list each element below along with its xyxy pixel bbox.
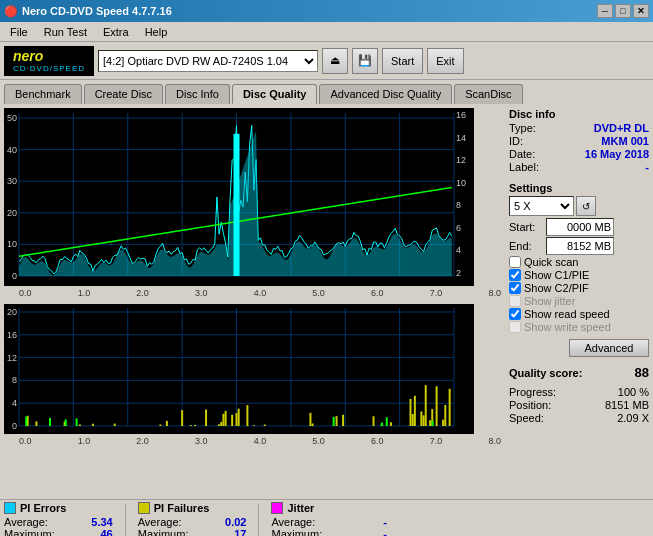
pi-errors-header: PI Errors: [4, 502, 113, 514]
pi-failures-header: PI Failures: [138, 502, 247, 514]
show-read-speed-row: Show read speed: [509, 308, 649, 320]
tab-create-disc[interactable]: Create Disc: [84, 84, 163, 104]
pi-failures-avg-value: 0.02: [196, 516, 246, 528]
show-write-speed-row: Show write speed: [509, 321, 649, 333]
pi-errors-avg-value: 5.34: [63, 516, 113, 528]
jitter-header: Jitter: [271, 502, 386, 514]
show-read-speed-label: Show read speed: [524, 308, 610, 320]
nero-sub-text: CD·DVD/SPEED: [13, 64, 85, 73]
minimize-button[interactable]: ─: [597, 4, 613, 18]
progress-label: Progress:: [509, 386, 556, 398]
pi-failures-max-label: Maximum:: [138, 528, 189, 536]
menu-extra[interactable]: Extra: [95, 24, 137, 40]
nero-logo-text: nero: [13, 48, 85, 64]
disc-type-value: DVD+R DL: [594, 122, 649, 134]
refresh-button[interactable]: ↺: [576, 196, 596, 216]
end-range-row: End:: [509, 237, 649, 255]
title-bar-left: 🔴 Nero CD-DVD Speed 4.7.7.16: [4, 5, 172, 18]
disc-id-label: ID:: [509, 135, 523, 147]
start-label: Start:: [509, 221, 544, 233]
top-chart: [4, 108, 474, 286]
tab-disc-quality[interactable]: Disc Quality: [232, 84, 318, 104]
jitter-max: Maximum: -: [271, 528, 386, 536]
show-jitter-label: Show jitter: [524, 295, 575, 307]
exit-button[interactable]: Exit: [427, 48, 463, 74]
jitter-avg-label: Average:: [271, 516, 315, 528]
tab-disc-info[interactable]: Disc Info: [165, 84, 230, 104]
speed-select[interactable]: 5 X: [509, 196, 574, 216]
bottom-chart-wrapper: [4, 304, 501, 434]
disc-info-label: Disc info: [509, 108, 649, 120]
speed-value: 2.09 X: [617, 412, 649, 424]
show-c2-checkbox[interactable]: [509, 282, 521, 294]
show-write-speed-label: Show write speed: [524, 321, 611, 333]
show-read-speed-checkbox[interactable]: [509, 308, 521, 320]
legend-area: PI Errors Average: 5.34 Maximum: 46 Tota…: [0, 499, 653, 536]
jitter-legend: Jitter Average: - Maximum: - PO failures…: [271, 502, 386, 536]
show-c1-checkbox[interactable]: [509, 269, 521, 281]
pi-failures-color: [138, 502, 150, 514]
quick-scan-checkbox[interactable]: [509, 256, 521, 268]
start-button[interactable]: Start: [382, 48, 423, 74]
menu-help[interactable]: Help: [137, 24, 176, 40]
menu-file[interactable]: File: [2, 24, 36, 40]
pi-failures-avg: Average: 0.02: [138, 516, 247, 528]
legend-divider-2: [258, 504, 259, 536]
pi-errors-color: [4, 502, 16, 514]
pi-errors-max-value: 46: [63, 528, 113, 536]
start-range-row: Start:: [509, 218, 649, 236]
bottom-chart: [4, 304, 474, 434]
advanced-button[interactable]: Advanced: [569, 339, 649, 357]
speed-row-progress: Speed: 2.09 X: [509, 412, 649, 424]
quick-scan-label: Quick scan: [524, 256, 578, 268]
pi-errors-max: Maximum: 46: [4, 528, 113, 536]
position-value: 8151 MB: [605, 399, 649, 411]
jitter-avg: Average: -: [271, 516, 386, 528]
legend-divider-1: [125, 504, 126, 536]
show-write-speed-checkbox[interactable]: [509, 321, 521, 333]
progress-row: Progress: 100 %: [509, 386, 649, 398]
save-button[interactable]: 💾: [352, 48, 378, 74]
tab-scandisc[interactable]: ScanDisc: [454, 84, 522, 104]
bottom-chart-x-axis: 0.0 1.0 2.0 3.0 4.0 5.0 6.0 7.0 8.0: [4, 436, 501, 446]
speed-row: 5 X ↺: [509, 196, 649, 216]
show-c2-label: Show C2/PIF: [524, 282, 589, 294]
disc-type-label: Type:: [509, 122, 536, 134]
title-bar: 🔴 Nero CD-DVD Speed 4.7.7.16 ─ □ ✕: [0, 0, 653, 22]
disc-type-row: Type: DVD+R DL: [509, 122, 649, 134]
pi-errors-avg-label: Average:: [4, 516, 48, 528]
chart-area: 0.0 1.0 2.0 3.0 4.0 5.0 6.0 7.0 8.0 0.0 …: [0, 104, 505, 499]
menu-run-test[interactable]: Run Test: [36, 24, 95, 40]
eject-button[interactable]: ⏏: [322, 48, 348, 74]
pi-failures-label: PI Failures: [154, 502, 210, 514]
menu-bar: File Run Test Extra Help: [0, 22, 653, 42]
progress-section: Progress: 100 % Position: 8151 MB Speed:…: [509, 386, 649, 425]
app-icon: 🔴: [4, 5, 18, 18]
settings-label: Settings: [509, 182, 649, 194]
top-chart-x-axis: 0.0 1.0 2.0 3.0 4.0 5.0 6.0 7.0 8.0: [4, 288, 501, 298]
drive-select[interactable]: [4:2] Optiarc DVD RW AD-7240S 1.04: [98, 50, 318, 72]
pi-errors-label: PI Errors: [20, 502, 66, 514]
disc-label-label: Label:: [509, 161, 539, 173]
right-panel: Disc info Type: DVD+R DL ID: MKM 001 Dat…: [505, 104, 653, 499]
disc-date-row: Date: 16 May 2018: [509, 148, 649, 160]
disc-id-row: ID: MKM 001: [509, 135, 649, 147]
quality-section: Quality score: 88: [509, 361, 649, 380]
start-input[interactable]: [546, 218, 614, 236]
tabs: Benchmark Create Disc Disc Info Disc Qua…: [0, 80, 653, 104]
tab-benchmark[interactable]: Benchmark: [4, 84, 82, 104]
show-jitter-checkbox[interactable]: [509, 295, 521, 307]
speed-label: Speed:: [509, 412, 544, 424]
jitter-max-label: Maximum:: [271, 528, 322, 536]
position-row: Position: 8151 MB: [509, 399, 649, 411]
pi-errors-avg: Average: 5.34: [4, 516, 113, 528]
tab-advanced-disc-quality[interactable]: Advanced Disc Quality: [319, 84, 452, 104]
toolbar: nero CD·DVD/SPEED [4:2] Optiarc DVD RW A…: [0, 42, 653, 80]
progress-value: 100 %: [618, 386, 649, 398]
maximize-button[interactable]: □: [615, 4, 631, 18]
quality-score-label: Quality score:: [509, 367, 582, 379]
end-input[interactable]: [546, 237, 614, 255]
close-button[interactable]: ✕: [633, 4, 649, 18]
app-title: Nero CD-DVD Speed 4.7.7.16: [22, 5, 172, 17]
jitter-max-value: -: [337, 528, 387, 536]
